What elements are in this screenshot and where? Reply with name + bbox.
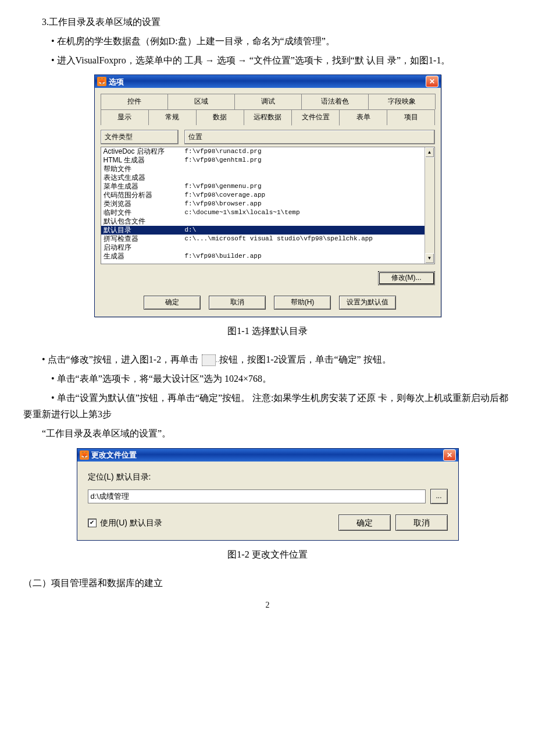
col-filetype[interactable]: 文件类型 xyxy=(101,130,179,145)
tab-remote[interactable]: 远程数据 xyxy=(244,109,292,125)
checkbox-icon: ✔ xyxy=(88,519,97,527)
list-row[interactable]: ActiveDoc 启动程序f:\vfp98\runactd.prg xyxy=(101,147,425,156)
figure-1-1-caption: 图1-1 选择默认目录 xyxy=(23,323,512,340)
filetype-cell: 类浏览器 xyxy=(104,200,185,208)
tabstrip: 控件 区域 调试 语法着色 字段映象 显示 常规 数据 远程数据 文件位置 表单… xyxy=(101,94,435,125)
filetype-cell: 生成器 xyxy=(104,252,185,261)
list-row[interactable]: 默认目录d:\ xyxy=(101,226,425,235)
scroll-up-icon[interactable]: ▲ xyxy=(425,147,434,158)
dialog2-title: 更改文件位置 xyxy=(91,448,443,462)
tabrow-top: 控件 区域 调试 语法着色 字段映象 xyxy=(101,94,435,109)
list-row[interactable]: 菜单生成器f:\vfp98\genmenu.prg xyxy=(101,182,425,191)
help-button[interactable]: 帮助(H) xyxy=(274,296,331,310)
filetype-cell: HTML 生成器 xyxy=(104,156,185,165)
tab-form[interactable]: 表单 xyxy=(339,109,387,125)
bullet-3a: • 点击“修改”按钮，进入图1-2，再单击 xyxy=(42,354,198,364)
list-row[interactable]: 帮助文件 xyxy=(101,165,425,173)
dialog-title: 选项 xyxy=(109,75,426,88)
filetype-cell: 默认目录 xyxy=(104,226,185,235)
locate-label: 定位(L) 默认目录: xyxy=(88,470,448,484)
tab-syntax[interactable]: 语法着色 xyxy=(301,94,369,109)
scroll-down-icon[interactable]: ▼ xyxy=(425,253,434,264)
list-row[interactable]: 表达式生成器 xyxy=(101,173,425,182)
path-input[interactable]: d:\成绩管理 xyxy=(88,489,426,503)
location-cell xyxy=(185,165,422,173)
list-row[interactable]: HTML 生成器f:\vfp98\genhtml.prg xyxy=(101,156,425,165)
tab-region[interactable]: 区域 xyxy=(167,94,235,109)
list-headers: 文件类型 位置 xyxy=(101,130,435,145)
options-dialog: 🦊 选项 ✕ 控件 区域 调试 语法着色 字段映象 显示 常规 数据 远程数据 … xyxy=(94,74,441,317)
close-button-2[interactable]: ✕ xyxy=(443,449,456,461)
filetype-cell: 拼写检查器 xyxy=(104,235,185,243)
titlebar: 🦊 选项 ✕ xyxy=(95,75,441,88)
location-cell xyxy=(185,217,422,226)
tab-filelocation[interactable]: 文件位置 xyxy=(291,109,340,126)
list-row[interactable]: 生成器f:\vfp98\builder.app xyxy=(101,252,425,261)
ok-button[interactable]: 确定 xyxy=(144,296,201,310)
location-cell: f:\vfp98\genhtml.prg xyxy=(185,156,422,165)
location-cell: f:\vfp98\browser.app xyxy=(185,200,422,208)
filetype-cell: 帮助文件 xyxy=(104,165,185,173)
list-row[interactable]: 拼写检查器c:\...\microsoft visual studio\vfp9… xyxy=(101,235,425,243)
figure-1-2-caption: 图1-2 更改文件位置 xyxy=(23,546,512,563)
filetype-cell: 表达式生成器 xyxy=(104,173,185,182)
location-cell: c:\...\microsoft visual studio\vfp98\spe… xyxy=(185,235,422,243)
list-row[interactable]: 类浏览器f:\vfp98\browser.app xyxy=(101,200,425,208)
set-default-button[interactable]: 设置为默认值 xyxy=(339,296,396,310)
tab-data[interactable]: 数据 xyxy=(196,109,244,125)
list-row[interactable]: 默认包含文件 xyxy=(101,217,425,226)
bullet-3b: 按钮，按图1-2设置后，单击“确定” 按钮。 xyxy=(219,354,391,364)
list-row[interactable]: 代码范围分析器f:\vfp98\coverage.app xyxy=(101,191,425,200)
location-cell: d:\ xyxy=(185,226,422,235)
list-row[interactable]: 临时文件c:\docume~1\smlx\locals~1\temp xyxy=(101,208,425,217)
filetype-cell: 代码范围分析器 xyxy=(104,191,185,200)
location-cell xyxy=(185,173,422,182)
bullet-2: • 进入VisualFoxpro，选菜单中的 工具 → 选项 → “文件位置”选… xyxy=(23,52,512,69)
bullet-1: • 在机房的学生数据盘（例如D:盘）上建一目录，命名为“成绩管理”。 xyxy=(23,33,512,50)
ok-button-2[interactable]: 确定 xyxy=(338,514,391,531)
location-cell: f:\vfp98\builder.app xyxy=(185,252,422,261)
filetype-cell: 启动程序 xyxy=(104,243,185,252)
filetype-cell: ActiveDoc 启动程序 xyxy=(104,147,185,156)
filetype-cell: 默认包含文件 xyxy=(104,217,185,226)
tab-controls[interactable]: 控件 xyxy=(101,94,168,109)
bullet-5: • 单击“设置为默认值”按钮，再单击“确定”按钮。 注意:如果学生机房安装了还原… xyxy=(23,390,512,424)
cancel-button-2[interactable]: 取消 xyxy=(395,514,448,531)
page-number: 2 xyxy=(23,598,512,612)
bullet-4: • 单击“表单”选项卡，将“最大设计区”选为 1024×768。 xyxy=(23,371,512,388)
bullet-3: • 点击“修改”按钮，进入图1-2，再单击 … 按钮，按图1-2设置后，单击“确… xyxy=(23,352,512,368)
modify-button[interactable]: 修改(M)... xyxy=(378,271,435,285)
tab-fieldmap[interactable]: 字段映象 xyxy=(368,94,436,109)
cancel-button[interactable]: 取消 xyxy=(209,296,266,310)
titlebar2: 🦊 更改文件位置 ✕ xyxy=(77,449,458,462)
location-cell: f:\vfp98\coverage.app xyxy=(185,191,422,200)
filetype-cell: 临时文件 xyxy=(104,208,185,217)
location-cell: f:\vfp98\genmenu.prg xyxy=(185,182,422,191)
location-cell: c:\docume~1\smlx\locals~1\temp xyxy=(185,208,422,217)
tab-general[interactable]: 常规 xyxy=(148,109,197,125)
use-label: 使用(U) 默认目录 xyxy=(100,516,162,530)
close-button[interactable]: ✕ xyxy=(426,76,438,87)
filetype-cell: 菜单生成器 xyxy=(104,182,185,191)
tabrow-bottom: 显示 常规 数据 远程数据 文件位置 表单 项目 xyxy=(101,109,435,125)
tab-debug[interactable]: 调试 xyxy=(234,94,302,109)
section-2-heading: （二）项目管理器和数据库的建立 xyxy=(23,575,512,592)
browse-button[interactable]: ... xyxy=(430,489,448,504)
list-row[interactable]: 启动程序 xyxy=(101,243,425,252)
heading-3: 3.工作目录及表单区域的设置 xyxy=(23,14,512,31)
browse-icon: … xyxy=(202,354,216,366)
use-default-checkbox[interactable]: ✔ 使用(U) 默认目录 xyxy=(88,516,162,530)
app-icon: 🦊 xyxy=(97,77,106,86)
location-cell xyxy=(185,243,422,252)
tab-display[interactable]: 显示 xyxy=(101,109,149,125)
app-icon-2: 🦊 xyxy=(80,450,89,460)
tab-project[interactable]: 项目 xyxy=(387,109,435,125)
col-location[interactable]: 位置 xyxy=(184,130,435,145)
change-location-dialog: 🦊 更改文件位置 ✕ 定位(L) 默认目录: d:\成绩管理 ... ✔ 使用(… xyxy=(77,448,459,541)
scrollbar[interactable]: ▲ ▼ xyxy=(425,147,434,264)
file-listbox[interactable]: ActiveDoc 启动程序f:\vfp98\runactd.prgHTML 生… xyxy=(101,147,435,264)
location-cell: f:\vfp98\runactd.prg xyxy=(185,147,422,156)
bullet-6: “工作目录及表单区域的设置”。 xyxy=(23,425,512,442)
